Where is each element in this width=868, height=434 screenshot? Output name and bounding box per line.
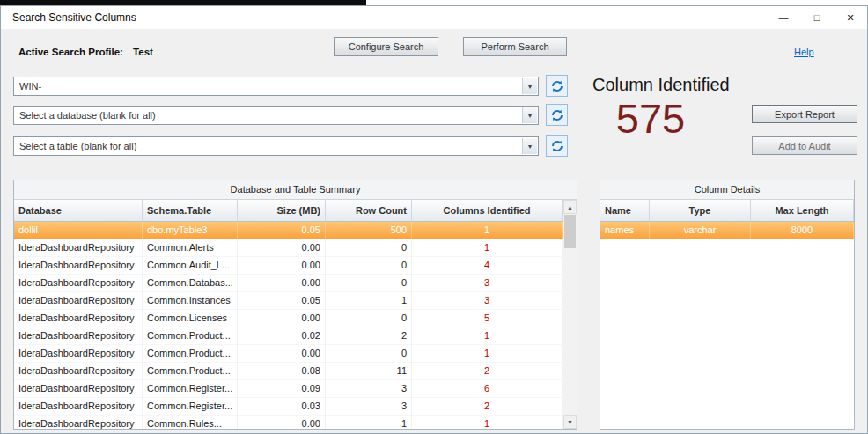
minimize-button[interactable]: — (767, 6, 800, 29)
cell-database: IderaDashboardRepository (14, 416, 143, 429)
server-dropdown[interactable]: WIN- ▾ (13, 77, 539, 96)
scroll-up-icon[interactable]: ▲ (563, 200, 577, 214)
cell-row-count: 2 (326, 327, 412, 345)
database-table-summary-panel: Database and Table Summary DatabaseSchem… (13, 180, 577, 430)
cell-row-count: 11 (326, 363, 412, 380)
summary-column-header[interactable]: Size (MB) (238, 200, 326, 221)
details-rows: namesvarchar8000 (600, 222, 854, 429)
cell-size-mb: 0.00 (238, 257, 326, 275)
configure-search-button[interactable]: Configure Search (334, 37, 438, 56)
details-column-header[interactable]: Type (650, 200, 751, 221)
table-dropdown[interactable]: Select a table (blank for all) ▾ (13, 136, 539, 156)
window-title: Search Sensitive Columns (12, 11, 136, 24)
cell-database: IderaDashboardRepository (14, 275, 143, 292)
cell-schema-table: Common.Register... (143, 380, 238, 398)
cell-columns-identified: 4 (412, 257, 563, 275)
cell-database: dollil (14, 222, 143, 239)
cell-schema-table: Common.Product... (143, 327, 238, 345)
refresh-table-button[interactable] (546, 135, 568, 157)
screen: Search Sensitive Columns — □ ✕ Active Se… (0, 0, 868, 434)
summary-column-header[interactable]: Database (14, 200, 143, 221)
cell-name: names (600, 222, 650, 239)
details-column-header[interactable]: Name (600, 200, 650, 221)
cell-schema-table: Common.Licenses (143, 310, 238, 327)
cell-row-count: 3 (326, 380, 412, 398)
summary-scrollbar[interactable]: ▲ ▼ (563, 200, 577, 429)
add-to-audit-button[interactable]: Add to Audit (752, 136, 857, 155)
cell-database: IderaDashboardRepository (14, 398, 143, 416)
cell-max-length: 8000 (751, 222, 854, 239)
scrollbar-thumb[interactable] (564, 215, 576, 248)
refresh-server-button[interactable] (546, 75, 568, 97)
cell-schema-table: Common.Databas... (143, 275, 238, 292)
cell-row-count: 0 (326, 310, 412, 327)
cell-columns-identified: 3 (412, 292, 563, 310)
cell-size-mb: 0.00 (238, 345, 326, 363)
cell-database: IderaDashboardRepository (14, 363, 143, 380)
cell-database: IderaDashboardRepository (14, 257, 143, 275)
details-column-headers: NameTypeMax Length (600, 200, 854, 222)
summary-column-header[interactable]: Columns Identified (412, 200, 563, 221)
database-dropdown[interactable]: Select a database (blank for all) ▾ (13, 106, 539, 125)
summary-table-row[interactable]: IderaDashboardRepositoryCommon.Audit_L..… (14, 257, 563, 275)
summary-table-row[interactable]: IderaDashboardRepositoryCommon.Instances… (14, 292, 563, 310)
server-dropdown-value: WIN- (19, 77, 41, 95)
refresh-database-button[interactable] (546, 104, 568, 126)
summary-column-header[interactable]: Schema.Table (143, 200, 238, 221)
scroll-down-icon[interactable]: ▼ (563, 415, 577, 429)
cell-columns-identified: 3 (412, 275, 563, 292)
cell-row-count: 0 (326, 257, 412, 275)
window-controls: — □ ✕ (767, 6, 867, 29)
summary-panel-title: Database and Table Summary (14, 180, 577, 200)
summary-table-row[interactable]: IderaDashboardRepositoryCommon.Alerts0.0… (14, 239, 563, 257)
cell-database: IderaDashboardRepository (14, 292, 143, 310)
column-identified-heading: Column Identified (592, 75, 730, 95)
search-sensitive-columns-dialog: Search Sensitive Columns — □ ✕ Active Se… (0, 5, 868, 434)
refresh-icon (550, 79, 564, 93)
cell-row-count: 0 (326, 239, 412, 257)
cell-columns-identified: 1 (412, 239, 563, 257)
details-column-header[interactable]: Max Length (751, 200, 854, 221)
perform-search-button[interactable]: Perform Search (463, 37, 567, 56)
refresh-icon (550, 108, 564, 122)
summary-table-row[interactable]: IderaDashboardRepositoryCommon.Licenses0… (14, 310, 563, 327)
details-table-row[interactable]: namesvarchar8000 (600, 222, 854, 239)
summary-table-row[interactable]: IderaDashboardRepositoryCommon.Product..… (14, 327, 563, 345)
cell-columns-identified: 2 (412, 363, 563, 380)
column-identified-count: 575 (596, 94, 705, 143)
summary-table-row[interactable]: IderaDashboardRepositoryCommon.Databas..… (14, 275, 563, 292)
cell-size-mb: 0.03 (238, 398, 326, 416)
details-panel-title: Column Details (600, 180, 854, 200)
cell-size-mb: 0.00 (238, 416, 326, 429)
cell-row-count: 1 (326, 292, 412, 310)
cell-schema-table: dbo.myTable3 (143, 222, 238, 239)
maximize-button[interactable]: □ (800, 6, 834, 29)
cell-size-mb: 0.05 (238, 222, 326, 239)
cell-size-mb: 0.02 (238, 327, 326, 345)
cell-schema-table: Common.Product... (143, 363, 238, 380)
cell-size-mb: 0.00 (238, 239, 326, 257)
summary-table-row[interactable]: IderaDashboardRepositoryCommon.Product..… (14, 345, 563, 363)
close-button[interactable]: ✕ (834, 6, 867, 29)
summary-table-row[interactable]: dollildbo.myTable30.055001 (14, 222, 563, 239)
cell-row-count: 3 (326, 398, 412, 416)
summary-table-row[interactable]: IderaDashboardRepositoryCommon.Register.… (14, 398, 563, 416)
summary-table-row[interactable]: IderaDashboardRepositoryCommon.Register.… (14, 380, 563, 398)
cell-database: IderaDashboardRepository (14, 327, 143, 345)
summary-table-row[interactable]: IderaDashboardRepositoryCommon.Rules...0… (14, 416, 563, 429)
export-report-button[interactable]: Export Report (752, 105, 857, 123)
cell-size-mb: 0.09 (238, 380, 326, 398)
help-link[interactable]: Help (794, 47, 814, 57)
cell-database: IderaDashboardRepository (14, 380, 143, 398)
cell-database: IderaDashboardRepository (14, 345, 143, 363)
cell-columns-identified: 2 (412, 398, 563, 416)
chevron-down-icon: ▾ (522, 107, 537, 123)
refresh-icon (550, 139, 564, 153)
summary-rows: dollildbo.myTable30.055001IderaDashboard… (14, 222, 563, 429)
cell-schema-table: Common.Rules... (143, 416, 238, 429)
profile-label: Active Search Profile: (18, 47, 123, 57)
summary-column-header[interactable]: Row Count (326, 200, 412, 221)
summary-table-row[interactable]: IderaDashboardRepositoryCommon.Product..… (14, 363, 563, 380)
cell-row-count: 500 (326, 222, 412, 239)
chevron-down-icon: ▾ (522, 138, 537, 154)
